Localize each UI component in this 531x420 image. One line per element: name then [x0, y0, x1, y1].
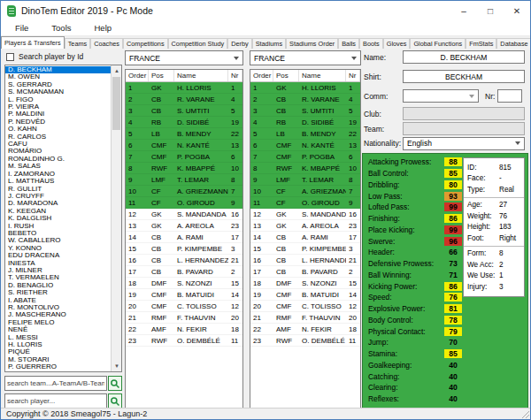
search-team-button[interactable] [108, 376, 122, 391]
squad-row[interactable]: 12GKS. MANDANDA16 [250, 209, 360, 220]
squad-row[interactable]: 1GKH. LLORIS1 [126, 82, 242, 94]
squad-cell: 21 [346, 256, 360, 264]
tab-competition-study[interactable]: Competition Study [168, 38, 228, 49]
column-header[interactable]: Order [250, 70, 273, 81]
squad-row[interactable]: 19CMFB. MATUIDI14 [126, 289, 242, 301]
squad-row[interactable]: 11CFO. GIROUD9 [126, 197, 242, 209]
scroll-up-icon[interactable]: ▲ [112, 65, 122, 76]
squad-row[interactable]: 4RBD. SIDIBÉ19 [126, 117, 242, 128]
squad-row[interactable]: 23RWFO. DEMBÉLÉ11 [126, 335, 242, 347]
squad-row[interactable]: 22AMFN. FEKIR18 [250, 324, 360, 335]
squad-row[interactable]: 8RWFK. MBAPPÉ10 [250, 163, 360, 174]
column-header[interactable]: Name [299, 70, 346, 81]
squad-row[interactable]: 12GKS. MANDANDA16 [126, 209, 242, 220]
column-header[interactable]: Nr [228, 70, 242, 81]
team-b-dropdown[interactable]: FRANCE [250, 50, 361, 65]
squad-row[interactable]: 5LBB. MENDY22 [126, 128, 242, 140]
squad-cell: RWF [273, 164, 299, 172]
squad-row[interactable]: 1GKH. LLORIS1 [250, 82, 360, 94]
squad-row[interactable]: 18DMFS. NZONZI15 [126, 278, 242, 289]
squad-row[interactable]: 17CBB. PAVARD2 [250, 266, 360, 278]
maximize-button[interactable]: □ [477, 1, 504, 20]
squad-row[interactable]: 8RWFK. MBAPPÉ10 [126, 163, 242, 174]
squad-row[interactable]: 4RBD. SIDIBÉ19 [250, 117, 360, 128]
squad-row[interactable]: 17CBB. PAVARD2 [126, 266, 242, 278]
squad-row[interactable]: 14CBA. RAMI17 [250, 232, 360, 243]
player-list-scrollbar[interactable]: ▲ ▼ [111, 65, 121, 371]
squad-row[interactable]: 9LMFT. LEMAR8 [126, 174, 242, 186]
resize-grip[interactable] [520, 409, 529, 418]
squad-row[interactable]: 21RMFF. THAUVIN20 [126, 312, 242, 324]
squad-row[interactable]: 7CMFP. POGBA6 [126, 151, 242, 163]
column-header[interactable]: Pos [273, 70, 299, 81]
squad-row[interactable]: 3CBS. UMTITI5 [250, 105, 360, 117]
menu-item-file[interactable]: File [8, 21, 35, 34]
squad-cell: RB [273, 118, 299, 126]
squad-cell: 12 [228, 302, 242, 310]
search-player-button[interactable] [108, 393, 122, 409]
minimize-button[interactable]: – [450, 1, 477, 20]
squad-row[interactable]: 16CBL. HERNANDEZ21 [126, 255, 242, 266]
squad-row[interactable]: 15CBP. KIMPEMBE3 [250, 243, 360, 255]
squad-row[interactable]: 21RMFF. THAUVIN20 [250, 312, 360, 324]
shirt-field[interactable] [403, 70, 525, 83]
close-button[interactable]: ✕ [504, 1, 530, 20]
search-player-input[interactable] [4, 393, 107, 409]
squad-row[interactable]: 6CMFN. KANTÉ13 [250, 140, 360, 151]
squad-cell: 16 [126, 256, 149, 264]
tab-boots[interactable]: Boots [359, 38, 383, 49]
squad-cell: 6 [250, 141, 273, 149]
tab-balls[interactable]: Balls [338, 38, 359, 49]
tab-competitions[interactable]: Competitions [123, 38, 168, 49]
squad-row[interactable]: 16CBL. HERNANDEZ21 [250, 255, 360, 266]
tab-players-transfers[interactable]: Players & Transfers [1, 36, 65, 49]
scrollbar-thumb[interactable] [112, 77, 120, 130]
column-header[interactable]: Order [126, 70, 149, 81]
squad-row[interactable]: 23RWFO. DEMBÉLÉ11 [250, 335, 360, 347]
nationality-dropdown[interactable]: English [403, 137, 525, 150]
tab-fmstats[interactable]: FmStats [466, 38, 496, 49]
team-a-dropdown[interactable]: FRANCE [125, 50, 243, 65]
search-by-id-checkbox[interactable] [6, 53, 14, 61]
menu-item-help[interactable]: Help [88, 21, 119, 34]
tab-stadiums-order[interactable]: Stadiums Order [286, 38, 338, 49]
nr-field[interactable] [497, 89, 522, 103]
squad-row[interactable]: 22AMFN. FEKIR18 [126, 324, 242, 335]
squad-row[interactable]: 10CFA. GRIEZMANN7 [126, 186, 242, 197]
squad-row[interactable]: 10CFA. GRIEZMANN7 [250, 186, 360, 197]
squad-row[interactable]: 9LMFT. LEMAR8 [250, 174, 360, 186]
squad-row[interactable]: 2CBR. VARANE4 [126, 94, 242, 105]
tab-database[interactable]: Database [496, 38, 531, 49]
tab-global-functions[interactable]: Global Functions [410, 38, 466, 49]
tab-teams[interactable]: Teams [65, 38, 91, 49]
squad-row[interactable]: 14CBA. RAMI17 [126, 232, 242, 243]
squad-row[interactable]: 6CMFN. KANTÉ13 [126, 140, 242, 151]
squad-row[interactable]: 5LBB. MENDY22 [250, 128, 360, 140]
name-field[interactable] [403, 50, 525, 64]
menu-item-tools[interactable]: Tools [44, 21, 78, 34]
tab-derby[interactable]: Derby [227, 38, 251, 49]
column-header[interactable]: Name [174, 70, 228, 81]
scroll-down-icon[interactable]: ▼ [112, 361, 122, 371]
squad-row[interactable]: 20CMFC. TOLISSO12 [250, 301, 360, 312]
squad-row[interactable]: 19CMFB. MATUIDI14 [250, 289, 360, 301]
squad-row[interactable]: 20CMFC. TOLISSO12 [126, 301, 242, 312]
squad-cell: B. MATUIDI [174, 291, 228, 299]
squad-row[interactable]: 15CBP. KIMPEMBE3 [126, 243, 242, 255]
squad-row[interactable]: 7CMFP. POGBA6 [250, 151, 360, 163]
squad-row[interactable]: 11CFO. GIROUD9 [250, 197, 360, 209]
column-header[interactable]: Pos [149, 70, 174, 81]
search-team-input[interactable] [4, 376, 107, 391]
comm-dropdown[interactable] [403, 89, 479, 103]
info-label: ID: [467, 164, 499, 172]
squad-row[interactable]: 13GKA. AREOLA23 [250, 220, 360, 232]
squad-row[interactable]: 18DMFS. NZONZI15 [250, 278, 360, 289]
squad-row[interactable]: 2CBR. VARANE4 [250, 94, 360, 105]
column-header[interactable]: Nr [346, 70, 360, 81]
tab-gloves[interactable]: Gloves [383, 38, 411, 49]
squad-row[interactable]: 13GKA. AREOLA23 [126, 220, 242, 232]
player-list-item[interactable]: P. GUERRERO [5, 363, 111, 370]
tab-coaches[interactable]: Coaches [90, 38, 123, 49]
squad-row[interactable]: 3CBS. UMTITI5 [126, 105, 242, 117]
tab-stadiums[interactable]: Stadiums [252, 38, 286, 49]
